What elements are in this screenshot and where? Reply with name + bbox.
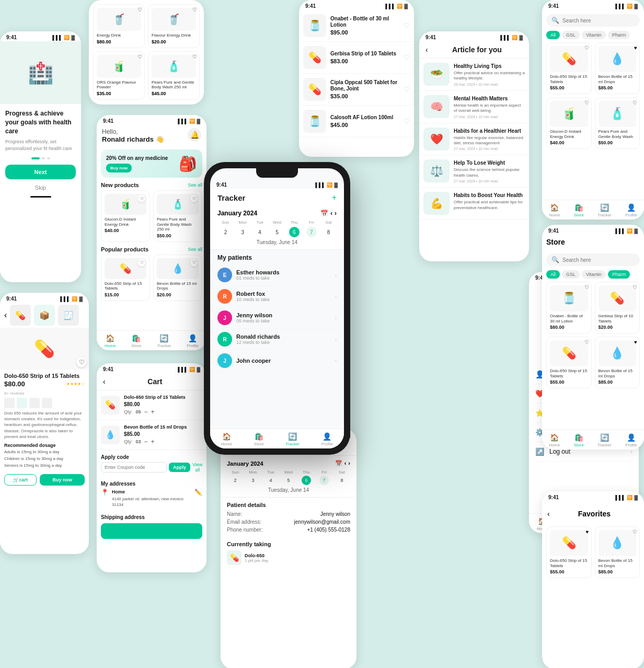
buy-now-button[interactable]: Buy now xyxy=(106,164,132,172)
product-list-item-0[interactable]: 🫙 Onabet - Bottle of 30 ml Lotion $95.00… xyxy=(299,10,414,42)
filter-vitamin[interactable]: Vitamin xyxy=(582,31,606,39)
fav-pop-1[interactable]: ♡ xyxy=(138,259,145,267)
fav-icon-3[interactable]: ♡ xyxy=(137,54,142,60)
fav2-icon-3[interactable]: ♥ xyxy=(634,339,637,345)
product-list-item-2[interactable]: 💊 Cipla Oppcal 500 Tablet for Bone, Join… xyxy=(299,74,414,106)
filter-gsl[interactable]: GSL xyxy=(562,31,580,39)
product-thumb-2[interactable]: 📦 xyxy=(34,305,55,326)
buy-now-button[interactable]: Buy now xyxy=(40,474,85,486)
view-all-button[interactable]: View all xyxy=(192,462,202,473)
fav-heart-1[interactable]: ♡ xyxy=(632,529,637,535)
nav-profile[interactable]: 👤 Profile xyxy=(187,334,199,348)
fav-heart-0[interactable]: ♥ xyxy=(586,529,589,535)
calendar-icon[interactable]: 📅 xyxy=(320,210,328,217)
new-product-1[interactable]: 🧃 ♡ Glucon-D Instant Energy Drink $40.00 xyxy=(101,190,150,242)
add-to-cart-button[interactable]: 🛒cart xyxy=(4,474,37,486)
pd-date-4[interactable]: 4 xyxy=(266,476,275,485)
fav2-icon-2[interactable]: ♡ xyxy=(584,339,589,345)
store2-product-0[interactable]: ♡ 🫙 Onabet - Bottle of 30 ml Lotion $80.… xyxy=(546,282,592,333)
filter-all[interactable]: All xyxy=(546,31,560,39)
fav2-icon-1[interactable]: ♡ xyxy=(632,284,637,290)
product-thumb-3[interactable]: 🧾 xyxy=(58,305,79,326)
nav-profile[interactable]: 👤 Profile xyxy=(625,433,637,447)
pd-date-8[interactable]: 8 xyxy=(337,476,347,485)
apply-button[interactable]: Apply xyxy=(169,463,190,472)
skip-button[interactable]: Skip xyxy=(5,185,76,191)
fav-icon-1[interactable]: ♥ xyxy=(634,45,637,51)
back-button[interactable]: ‹ xyxy=(103,377,106,386)
date-6-today[interactable]: 6 xyxy=(289,227,300,237)
pd-calendar-icon[interactable]: 📅 xyxy=(335,460,342,467)
nav-store[interactable]: 🛍️ Store xyxy=(131,334,141,348)
date-8[interactable]: 8 xyxy=(324,227,334,237)
qty-minus-1[interactable]: − xyxy=(144,408,148,416)
popular-product-2[interactable]: 💧 ♡ Bevon Bottle of 15 ml Drops $20.00 xyxy=(153,255,202,301)
expand-icon[interactable]: › xyxy=(333,360,339,361)
coupon-input[interactable] xyxy=(101,462,167,473)
store2-product-2[interactable]: ♡ 💊 Dolo-650 Strip of 15 Tablets $55.00 xyxy=(546,337,592,388)
patient-john[interactable]: J John cooper › xyxy=(217,350,337,372)
fav-icon-1[interactable]: ♡ xyxy=(137,7,142,13)
filter-pharm-2[interactable]: Pharm xyxy=(608,270,630,279)
nav-tracker[interactable]: 🔄 Tracker xyxy=(597,433,612,447)
fav-new-1[interactable]: ♡ xyxy=(138,195,145,202)
date-2[interactable]: 2 xyxy=(220,227,231,237)
store-product-1[interactable]: ♥ 💧 Bevon Bottle of 15 ml Drops $85.00 xyxy=(595,42,640,94)
filter-all-2[interactable]: All xyxy=(546,270,560,279)
product-thumb-1[interactable]: 💊 xyxy=(10,305,31,326)
article-item-0[interactable]: 🥗 Healthy Living Tips Offer practical ad… xyxy=(419,59,529,91)
nav-store[interactable]: 🛍️ Store xyxy=(254,432,264,446)
nav-home[interactable]: 🏠 Home xyxy=(105,334,116,348)
store-product-2[interactable]: ♡ 🧃 Glucon-D Instant Energy Drink $40.00 xyxy=(546,97,592,149)
see-all-popular[interactable]: See all xyxy=(188,247,202,252)
fav-icon-2[interactable]: ♡ xyxy=(584,100,589,106)
date-5[interactable]: 5 xyxy=(272,227,282,237)
qty-minus-2[interactable]: − xyxy=(144,438,148,445)
view-option2-icon[interactable] xyxy=(42,398,52,408)
nav-profile[interactable]: 👤 Profile xyxy=(321,432,334,446)
store2-product-1[interactable]: ♡ 💊 Gerbisa Strip of 10 Tablets $20.00 xyxy=(595,282,640,333)
search-input-2[interactable] xyxy=(562,257,635,263)
nav-tracker[interactable]: 🔄 Tracker xyxy=(157,334,171,348)
product-list-item-1[interactable]: 💊 Gerbisa Strip of 10 Tablets $83.00 ♡ xyxy=(299,42,414,74)
back-button[interactable]: ‹ xyxy=(426,45,428,54)
nav-store[interactable]: 🛍️ Store xyxy=(574,203,584,217)
patient-jenny[interactable]: J Jenny wilson 05 meds to take › xyxy=(217,307,337,329)
fav-new-2[interactable]: ♡ xyxy=(190,195,198,202)
qty-plus-1[interactable]: + xyxy=(151,408,155,416)
article-item-1[interactable]: 🧠 Mental Health Matters Mental health is… xyxy=(419,91,529,123)
like-button[interactable]: ♡ xyxy=(76,357,87,367)
article-item-2[interactable]: ❤️ Habits for a Healthier Heart Habits l… xyxy=(419,123,529,156)
new-product-2[interactable]: 🧴 ♡ Pears Pure and Gentle Body Wash 250 … xyxy=(153,190,202,242)
fav-icon-4[interactable]: ♡ xyxy=(192,54,197,60)
view-option-icon[interactable] xyxy=(29,398,40,408)
pd-date-2[interactable]: 2 xyxy=(231,476,240,485)
fav-icon-3[interactable]: ♡ xyxy=(632,100,637,106)
filter-vitamin-2[interactable]: Vitamin xyxy=(582,270,606,279)
nav-home[interactable]: 🏠 Home xyxy=(549,203,560,217)
next-button[interactable]: Next xyxy=(5,165,76,179)
fav-product-0[interactable]: ♥ 💊 Dolo-650 Strip of 15 Tablets $55.00 xyxy=(546,526,592,578)
notification-bell[interactable]: 🔔 xyxy=(188,128,201,142)
pl-fav-1[interactable]: ♡ xyxy=(403,53,410,62)
date-4[interactable]: 4 xyxy=(255,227,265,237)
edit-address-button[interactable]: ✏️ xyxy=(194,489,202,496)
qty-plus-2[interactable]: + xyxy=(151,438,155,445)
nav-store[interactable]: 🛍️ Store xyxy=(574,433,584,447)
pd-date-5[interactable]: 5 xyxy=(284,476,293,485)
store2-product-3[interactable]: ♥ 💧 Bevon Bottle of 15 ml Drops $85.00 xyxy=(595,337,640,388)
date-7[interactable]: 7 xyxy=(306,227,317,237)
next-month[interactable]: › xyxy=(335,210,337,217)
fav-pop-2[interactable]: ♡ xyxy=(190,259,198,267)
pl-fav-2[interactable]: ♡ xyxy=(403,85,410,94)
nav-home[interactable]: 🏠 Home xyxy=(549,433,560,447)
nav-home[interactable]: 🏠 Home xyxy=(221,432,232,446)
fav2-icon-0[interactable]: ♡ xyxy=(584,284,589,290)
back-icon[interactable]: ‹ xyxy=(4,310,7,320)
prev-month[interactable]: ‹ xyxy=(330,210,332,217)
fav-icon-2[interactable]: ♡ xyxy=(192,7,197,13)
top-product-3[interactable]: ♡ 🧃 ORS Orange Flavour Powder $35.00 xyxy=(93,51,145,100)
nav-tracker[interactable]: 🔄 Tracker xyxy=(285,432,300,446)
search-input[interactable] xyxy=(562,18,635,24)
store-product-3[interactable]: ♡ 🧴 Pears Pure and Gentle Body Wash $50.… xyxy=(595,97,640,149)
